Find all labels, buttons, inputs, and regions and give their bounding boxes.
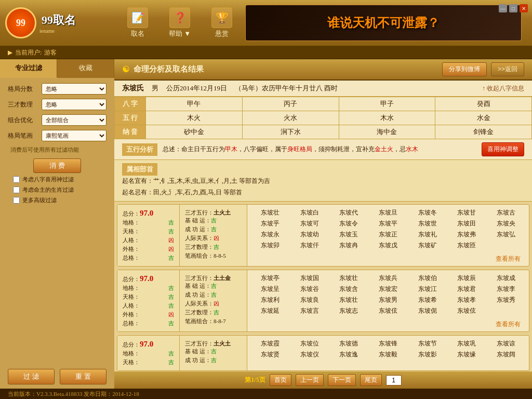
name-item[interactable]: 东坡伭 [369,306,407,316]
shengxiao-checkbox[interactable] [13,187,20,193]
name-item[interactable]: 东坡乎 [251,219,289,229]
filter-button[interactable]: 过 滤 [8,369,55,384]
reset-button[interactable]: 重 置 [60,369,107,384]
name-item[interactable]: 东坡言 [291,306,328,316]
name-item[interactable]: 东坡匝 [448,241,486,250]
name-item[interactable]: 东坡冬 [409,208,446,218]
name-item[interactable]: 东坡锋 [369,339,407,349]
name-item[interactable]: 东坡壮 [251,208,289,218]
name-item[interactable]: 东坡弘 [487,230,525,240]
name-item[interactable]: 东坡可 [291,219,328,229]
name-item[interactable]: 东坡成 [487,273,525,283]
prev-page-button[interactable]: 上一页 [296,374,324,386]
name-item[interactable]: 东坡玉 [330,230,367,240]
name-item[interactable]: 东坡利 [251,295,289,305]
name-item[interactable]: 东坡亭 [251,273,289,283]
name-item[interactable]: 东坡贤 [251,350,289,360]
name-item[interactable]: 东坡良 [291,295,328,305]
name-item[interactable]: 东坡壮 [330,273,367,283]
bazijin-checkbox[interactable] [13,176,20,183]
nav-reward[interactable]: 🏆 悬赏 [204,5,240,41]
name-item[interactable]: 东坡宏 [369,284,407,294]
name-item[interactable]: 东坡德 [330,339,367,349]
nav-help[interactable]: ❓ 帮助 ▼ [161,5,198,41]
name-item[interactable]: 东坡谷 [291,284,328,294]
name-item[interactable]: 东坡毅 [369,350,407,360]
name-item[interactable]: 东坡希 [409,295,446,305]
share-button[interactable]: 分享到微博 [442,62,487,76]
name-item[interactable]: 东坡志 [330,306,367,316]
name-item[interactable]: 东坡戊 [369,241,407,250]
first-page-button[interactable]: 首页 [270,374,291,386]
collapse-bazi[interactable]: ↑ 收起八字信息 [482,84,524,93]
name-item[interactable]: 东坡永 [251,230,289,240]
name-item[interactable]: 东坡巩 [448,339,486,349]
name-item[interactable]: 东坡阔 [487,350,525,360]
name-item[interactable]: 东坡节 [409,339,446,349]
name-item[interactable]: 东坡卯 [251,241,289,250]
adjust-button[interactable]: 喜用神调整 [482,142,524,156]
content-header: ☯ 命理分析及取名结果 分享到微博 >>返回 [114,59,532,81]
bihua-select[interactable]: 康熙笔画 [42,130,107,141]
name-item[interactable]: 东坡孝 [448,295,486,305]
name-item[interactable]: 东坡幼 [291,230,328,240]
name-item[interactable]: 东坡央 [487,219,525,229]
name-item[interactable]: 东坡冉 [330,241,367,250]
name-item[interactable]: 东坡影 [409,350,446,360]
name-item[interactable]: 东坡代 [330,208,367,218]
view-all-1[interactable]: 查看所有 [251,255,525,263]
name-item[interactable]: 东坡君 [448,284,486,294]
page-input[interactable] [386,375,402,385]
name-item[interactable]: 东坡平 [369,219,407,229]
next-page-button[interactable]: 下一页 [328,374,356,386]
name-item[interactable]: 东坡矿 [409,241,446,250]
name-item[interactable]: 东坡逸 [330,350,367,360]
name-item[interactable]: 东坡李 [487,284,525,294]
view-all-2[interactable]: 查看所有 [251,320,525,329]
name-item[interactable]: 东坡田 [448,219,486,229]
name-item[interactable]: 东坡礼 [409,230,446,240]
tab-favorites[interactable]: 收藏 [57,59,114,78]
back-button[interactable]: >>返回 [491,62,524,76]
name-item[interactable]: 东坡男 [369,295,407,305]
tab-professional-filter[interactable]: 专业过滤 [0,59,57,78]
name-item[interactable]: 东坡辰 [448,273,486,283]
name-item[interactable]: 东坡壮 [330,295,367,305]
name-item[interactable]: 东坡谅 [487,339,525,349]
name-item[interactable]: 东坡令 [330,219,367,229]
name-item[interactable]: 东坡含 [330,284,367,294]
name-item[interactable]: 东坡国 [291,273,328,283]
name-item[interactable]: 东坡正 [369,230,407,240]
name-item[interactable]: 东坡弗 [448,230,486,240]
last-page-button[interactable]: 尾页 [360,374,382,386]
name-item[interactable]: 东坡伲 [409,306,446,316]
name-item[interactable]: 东坡甘 [448,208,486,218]
sancai-select[interactable]: 忽略 [42,99,107,110]
name-item[interactable]: 东坡仟 [291,241,328,250]
name-item[interactable]: 东坡伯 [409,273,446,283]
name-item[interactable]: 东坡伭 [448,306,486,316]
name-item[interactable]: 东坡世 [409,219,446,229]
consume-button[interactable]: 消 费 [33,158,81,173]
zuhe-select[interactable]: 全部组合 [42,114,107,126]
name-item[interactable]: 东坡位 [291,339,328,349]
name-item[interactable]: 东坡江 [409,284,446,294]
minimize-button[interactable]: — [499,4,507,12]
name-item[interactable]: 东坡仪 [291,350,328,360]
name-item[interactable]: 东坡旦 [369,208,407,218]
name-item[interactable]: 东坡延 [251,306,289,316]
name-item[interactable]: 东坡秀 [487,295,525,305]
name-item[interactable]: 东坡白 [291,208,328,218]
sidebar: 专业过滤 收藏 格局分数 忽略 三才数理 忽略 组合优化 全部组合 [0,59,114,389]
geju-select[interactable]: 忽略 [42,83,107,95]
name-item[interactable]: 东坡呈 [251,284,289,294]
results-area[interactable]: 总分：97.0 地格：吉 天格：吉 人格：凶 外格：凶 总格：吉 三才五行：土火… [114,202,532,371]
name-item[interactable]: 东坡古 [487,208,525,218]
nav-take-name[interactable]: 📝 取名 [119,5,156,41]
close-button[interactable]: ✕ [520,4,528,12]
maximize-button[interactable]: □ [509,4,517,12]
name-item[interactable]: 东坡缘 [448,350,486,360]
advanced-checkbox[interactable] [13,197,20,204]
name-item[interactable]: 东坡霞 [251,339,289,349]
name-item[interactable]: 东坡兵 [369,273,407,283]
